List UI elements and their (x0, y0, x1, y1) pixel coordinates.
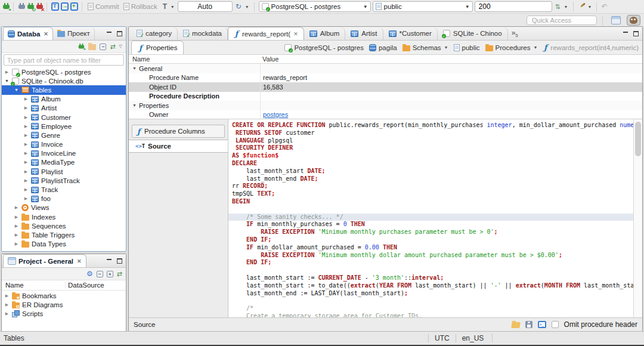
view-menu-icon[interactable]: ▽ (119, 44, 122, 49)
fetch-size-input[interactable] (475, 1, 552, 12)
undo-icon[interactable]: ↶ (601, 3, 608, 11)
project-item-bookmarks[interactable]: ▶Bookmarks (2, 291, 126, 300)
expand-arrow-icon[interactable]: ▶ (23, 169, 29, 174)
project-item-er-diagrams[interactable]: ▶ER Diagrams (2, 300, 126, 309)
editor-tab-album[interactable]: Album (304, 27, 346, 40)
scrollbar-thumb[interactable] (635, 122, 641, 156)
tab-database-navigator[interactable]: Databa ✕ (3, 27, 53, 40)
editor-tab-category[interactable]: category (131, 27, 178, 40)
expand-arrow-icon[interactable]: ▶ (23, 115, 29, 120)
quick-access-input[interactable] (527, 16, 597, 25)
tab-project-general[interactable]: Project - General ✕ (3, 254, 86, 267)
expand-arrow-icon[interactable]: ▶ (23, 160, 29, 165)
maximize-icon[interactable] (117, 31, 122, 36)
open-sql-console-icon[interactable] (61, 2, 69, 11)
column-value[interactable]: Value (260, 55, 642, 63)
expand-arrow-icon[interactable]: ▶ (14, 205, 19, 210)
expand-arrow-icon[interactable]: ▶ (23, 196, 29, 201)
gear-icon[interactable]: ⚙ (86, 270, 93, 277)
txn-log-button[interactable]: ↻ ▼ (234, 1, 250, 13)
minimize-icon[interactable] (106, 258, 113, 264)
close-icon[interactable]: ✕ (293, 31, 298, 37)
editor-tab-customer[interactable]: *Customer (383, 27, 438, 40)
breadcrumb-item-pagila[interactable]: pagila (369, 44, 397, 51)
expand-arrow-icon[interactable]: ▶ (23, 106, 29, 110)
expand-arrow-icon[interactable]: ▶ (4, 70, 10, 75)
load-from-file-icon[interactable] (511, 322, 520, 328)
tree-item-mediatype[interactable]: ▶MediaType (2, 158, 126, 167)
expand-all-icon[interactable]: + (107, 271, 113, 277)
tree-item-indexes[interactable]: ▶Indexes (2, 212, 126, 221)
expand-arrow-icon[interactable]: ▶ (23, 178, 29, 183)
new-connection-icon[interactable]: + (2, 3, 10, 11)
owner-link[interactable]: postgres (263, 111, 288, 118)
tree-item-table-triggers[interactable]: ▶Table Triggers (2, 230, 126, 239)
navigator-filter-input[interactable] (4, 54, 124, 66)
property-row-procedure-name[interactable]: Procedure Namerewards_report (129, 73, 642, 83)
new-folder-icon[interactable] (88, 44, 96, 50)
tree-item-tables[interactable]: ▼Tables (2, 85, 126, 94)
chevron-down-icon[interactable]: ▼ (533, 45, 537, 50)
minimize-icon[interactable] (106, 31, 113, 36)
tree-item-sequences[interactable]: ▶Sequences (2, 221, 126, 230)
connect-icon[interactable] (18, 3, 25, 11)
editor-tab-artist[interactable]: Artist (345, 27, 383, 40)
expand-arrow-icon[interactable]: ▶ (14, 215, 19, 220)
tab-properties[interactable]: ƒ Properties (131, 41, 184, 54)
breadcrumb-item-rewards-report-int4-numeric[interactable]: ƒrewards_report(int4,numeric) (543, 43, 639, 52)
expand-arrow-icon[interactable]: ▶ (4, 294, 10, 298)
property-row-owner[interactable]: Ownerpostgres (129, 110, 642, 120)
collapse-all-icon[interactable]: − (100, 44, 106, 50)
tree-item-customer[interactable]: ▶Customer (2, 113, 126, 122)
column-name[interactable]: Name (129, 55, 260, 63)
tree-item-invoice[interactable]: ▶Invoice (2, 140, 126, 149)
refresh-button[interactable]: ⇅ ▼ (554, 1, 569, 13)
new-sql-editor-icon[interactable] (70, 2, 78, 11)
commit-button[interactable]: Commit (86, 1, 120, 13)
expand-arrow-icon[interactable]: ▶ (23, 142, 29, 147)
tree-item-artist[interactable]: ▶Artist (2, 104, 126, 113)
maximize-icon[interactable] (117, 258, 122, 264)
tree-item-foo[interactable]: ▶foo (2, 194, 126, 203)
breadcrumb-item-schemas[interactable]: Schemas▼ (402, 44, 448, 51)
minimize-icon[interactable] (623, 31, 629, 36)
tree-item-invoiceline[interactable]: ▶InvoiceLine (2, 149, 126, 158)
expand-arrow-icon[interactable]: ▶ (14, 224, 19, 228)
persist-console-icon[interactable]: >_ (538, 321, 546, 328)
expand-arrow-icon[interactable]: ▼ (14, 88, 19, 92)
chevron-down-icon[interactable]: ▼ (444, 45, 448, 50)
breadcrumb-item-procedures[interactable]: Procedures▼ (485, 44, 538, 51)
omit-header-checkbox[interactable] (552, 321, 559, 328)
column-name[interactable]: Name (2, 282, 65, 289)
expand-arrow-icon[interactable]: ▶ (23, 151, 29, 156)
breadcrumb-item-public[interactable]: public (454, 44, 480, 51)
source-editor[interactable]: CREATE OR REPLACE FUNCTION public.reward… (228, 119, 642, 317)
project-item-scripts[interactable]: ▶Scripts (2, 309, 126, 318)
tab-projects[interactable]: Проект (53, 27, 95, 40)
link-editor-icon[interactable]: ⇄ (110, 43, 115, 50)
expand-arrow-icon[interactable]: ▼ (4, 79, 10, 83)
close-icon[interactable]: ✕ (44, 31, 48, 37)
open-perspective-button[interactable] (609, 14, 623, 26)
tree-item-postgresql-postgres[interactable]: ▶PostgreSQL - postgres (2, 67, 126, 76)
expand-arrow-icon[interactable]: ▶ (4, 311, 10, 316)
disconnect-icon[interactable]: ✕ (36, 3, 43, 11)
tree-item-views[interactable]: ▶Views (2, 203, 126, 212)
dbeaver-perspective-button[interactable] (627, 15, 640, 26)
property-row-general[interactable]: ▼General (129, 64, 642, 73)
locale-indicator[interactable]: en_US (456, 334, 490, 342)
expand-arrow-icon[interactable]: ▼ (132, 103, 137, 107)
editor-tab-mockdata[interactable]: mockdata (178, 27, 228, 40)
tree-item-track[interactable]: ▶Track (2, 185, 126, 194)
section-procedure-columns[interactable]: ƒ Procedure Columns (132, 125, 225, 138)
expand-arrow-icon[interactable]: ▶ (14, 233, 19, 237)
property-row-procedure-description[interactable]: Procedure Description (129, 92, 642, 101)
timezone-indicator[interactable]: UTC (428, 334, 456, 342)
close-icon[interactable]: ✕ (77, 258, 82, 264)
save-to-file-icon[interactable] (525, 321, 532, 328)
new-connection-icon[interactable]: + (78, 43, 84, 50)
tree-item-genre[interactable]: ▶Genre (2, 131, 126, 140)
editor-tab-sqlite-chinoo[interactable]: SQLite - Chinoo (438, 27, 508, 40)
txn-mode-button[interactable]: ▼ (160, 1, 176, 13)
property-row-object-id[interactable]: Object ID16,583 (129, 82, 642, 92)
